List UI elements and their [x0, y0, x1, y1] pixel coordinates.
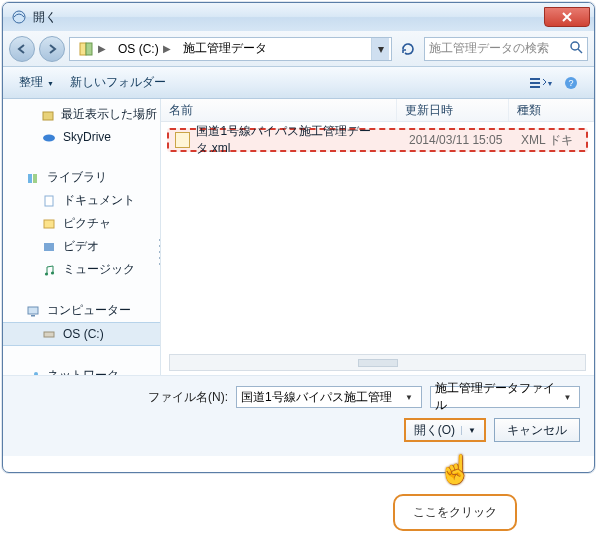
nav-network[interactable]: ネットワーク: [3, 364, 160, 375]
svg-point-3: [571, 42, 579, 50]
annotation-text: ここをクリック: [413, 505, 497, 519]
libraries-icon: [25, 170, 41, 186]
nav-recent-label: 最近表示した場所: [61, 106, 157, 123]
app-icon: [11, 9, 27, 25]
open-dialog: 開く ▶ OS (C:) ▶ 施工管理データ: [2, 2, 595, 473]
filename-value: 国道1号線バイパス施工管理: [241, 389, 392, 406]
back-button[interactable]: [9, 36, 35, 62]
svg-rect-6: [530, 86, 540, 88]
svg-text:?: ?: [568, 78, 573, 88]
svg-point-17: [51, 271, 54, 274]
breadcrumb[interactable]: ▶ OS (C:) ▶ 施工管理データ ▾: [69, 37, 392, 61]
nav-skydrive[interactable]: SkyDrive: [3, 126, 160, 148]
refresh-button[interactable]: [396, 37, 420, 61]
nav-documents-label: ドキュメント: [63, 192, 135, 209]
music-icon: [41, 262, 57, 278]
new-folder-button[interactable]: 新しいフォルダー: [64, 72, 172, 93]
titlebar: 開く: [3, 3, 594, 31]
scrollbar-grip[interactable]: [358, 359, 398, 367]
file-list: 名前 更新日時 種類 国道1号線バイパス施工管理データ.xml 2014/03/…: [161, 99, 594, 375]
nav-computer[interactable]: コンピューター: [3, 299, 160, 322]
svg-rect-5: [530, 82, 540, 84]
cancel-button-label: キャンセル: [507, 422, 567, 439]
nav-os-c[interactable]: OS (C:): [3, 322, 160, 346]
nav-recent[interactable]: 最近表示した場所: [3, 103, 160, 126]
organize-label: 整理: [19, 74, 43, 91]
close-button[interactable]: [544, 7, 590, 27]
cancel-button[interactable]: キャンセル: [494, 418, 580, 442]
col-name[interactable]: 名前: [161, 99, 397, 121]
annotation-callout: ここをクリック: [393, 494, 517, 531]
breadcrumb-dropdown[interactable]: ▾: [371, 38, 389, 60]
forward-button[interactable]: [39, 36, 65, 62]
document-icon: [41, 193, 57, 209]
horizontal-scrollbar[interactable]: [169, 354, 586, 371]
nav-videos[interactable]: ビデオ: [3, 235, 160, 258]
list-header: 名前 更新日時 種類: [161, 99, 594, 122]
file-name: 国道1号線バイパス施工管理データ.xml: [196, 123, 397, 157]
nav-pictures[interactable]: ピクチャ: [3, 212, 160, 235]
nav-documents[interactable]: ドキュメント: [3, 189, 160, 212]
drive-icon: [41, 326, 57, 342]
nav-libraries[interactable]: ライブラリ: [3, 166, 160, 189]
breadcrumb-seg-1-label: OS (C:): [118, 42, 159, 56]
file-date: 2014/03/11 15:05: [409, 133, 502, 147]
toolbar: 整理 ▼ 新しいフォルダー ▼ ?: [3, 67, 594, 99]
nav-pictures-label: ピクチャ: [63, 215, 111, 232]
col-date[interactable]: 更新日時: [397, 99, 509, 121]
pictures-icon: [41, 216, 57, 232]
svg-rect-4: [530, 78, 540, 80]
view-button[interactable]: ▼: [528, 72, 554, 94]
svg-rect-14: [44, 220, 54, 228]
svg-rect-18: [28, 307, 38, 314]
open-button[interactable]: 開く(O) ▼: [404, 418, 486, 442]
nav-network-label: ネットワーク: [47, 367, 119, 375]
nav-skydrive-label: SkyDrive: [63, 130, 111, 144]
nav-videos-label: ビデオ: [63, 238, 99, 255]
svg-rect-1: [80, 43, 86, 55]
nav-libraries-label: ライブラリ: [47, 169, 107, 186]
svg-rect-13: [45, 196, 53, 206]
search-placeholder: 施工管理データの検索: [429, 40, 549, 57]
open-button-label: 開く(O): [414, 422, 455, 439]
nav-computer-label: コンピューター: [47, 302, 131, 319]
annotation: ☝ ここをクリック: [390, 455, 520, 531]
svg-rect-2: [86, 43, 92, 55]
filter-combo[interactable]: 施工管理データファイル ▼: [430, 386, 580, 408]
filename-label: ファイル名(N):: [148, 389, 228, 406]
address-bar-row: ▶ OS (C:) ▶ 施工管理データ ▾ 施工管理データの検索: [3, 31, 594, 67]
window-title: 開く: [33, 9, 57, 26]
cloud-icon: [41, 129, 57, 145]
svg-rect-20: [44, 332, 54, 337]
open-button-split[interactable]: ▼: [461, 426, 476, 435]
search-icon: [569, 40, 583, 57]
network-icon: [25, 368, 41, 376]
svg-rect-15: [44, 243, 54, 251]
computer-icon: [25, 303, 41, 319]
breadcrumb-root[interactable]: ▶: [72, 38, 112, 60]
chevron-down-icon: ▼: [560, 387, 575, 407]
svg-rect-12: [33, 174, 37, 183]
nav-os-c-label: OS (C:): [63, 327, 104, 341]
help-button[interactable]: ?: [558, 72, 584, 94]
search-input[interactable]: 施工管理データの検索: [424, 37, 588, 61]
xml-file-icon: [175, 132, 190, 148]
nav-music-label: ミュージック: [63, 261, 135, 278]
file-row[interactable]: 国道1号線バイパス施工管理データ.xml 2014/03/11 15:05 XM…: [167, 128, 588, 152]
col-type[interactable]: 種類: [509, 99, 594, 121]
filter-value: 施工管理データファイル: [435, 380, 560, 414]
svg-point-16: [45, 272, 48, 275]
drive-icon: [78, 41, 94, 57]
navigation-pane[interactable]: 最近表示した場所 SkyDrive ライブラリ ドキュメント: [3, 99, 161, 375]
organize-button[interactable]: 整理 ▼: [13, 72, 60, 93]
pointing-hand-icon: ☝: [438, 453, 473, 486]
breadcrumb-seg-folder[interactable]: 施工管理データ: [177, 38, 273, 60]
nav-music[interactable]: ミュージック: [3, 258, 160, 281]
svg-rect-19: [31, 315, 35, 317]
chevron-down-icon: ▼: [401, 387, 417, 407]
breadcrumb-seg-2-label: 施工管理データ: [183, 40, 267, 57]
breadcrumb-seg-drive[interactable]: OS (C:) ▶: [112, 38, 177, 60]
filename-combo[interactable]: 国道1号線バイパス施工管理 ▼: [236, 386, 422, 408]
svg-point-10: [43, 135, 55, 142]
bottom-panel: ファイル名(N): 国道1号線バイパス施工管理 ▼ 施工管理データファイル ▼ …: [3, 375, 594, 456]
